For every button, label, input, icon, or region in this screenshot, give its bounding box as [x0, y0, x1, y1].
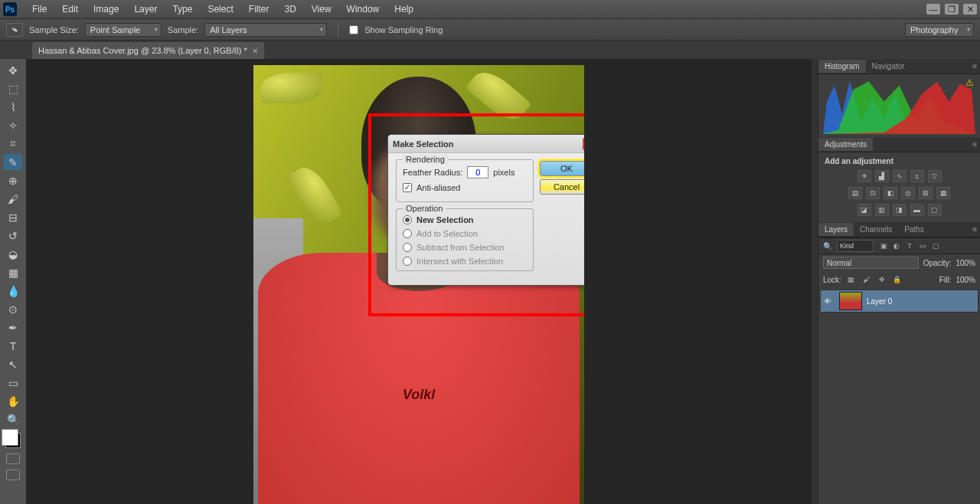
menu-edit[interactable]: Edit: [54, 4, 86, 15]
menu-file[interactable]: File: [24, 4, 54, 15]
move-tool[interactable]: ✥: [4, 62, 22, 78]
fill-value[interactable]: 100%: [956, 276, 975, 284]
color-lookup-icon[interactable]: ▦: [936, 187, 950, 199]
layer-kind-dropdown[interactable]: Kind: [837, 240, 874, 252]
intersect-with-selection-radio[interactable]: [403, 257, 412, 266]
black-white-icon[interactable]: ◧: [884, 187, 897, 199]
posterize-icon[interactable]: ▥: [875, 204, 889, 216]
navigator-tab[interactable]: Navigator: [866, 60, 911, 73]
sample-dropdown[interactable]: All Layers: [204, 23, 327, 37]
filter-type-icon[interactable]: T: [904, 241, 915, 251]
invert-icon[interactable]: ◪: [858, 204, 871, 216]
clone-stamp-tool[interactable]: ⊟: [4, 209, 22, 225]
layer-item[interactable]: 👁 Layer 0: [820, 290, 978, 313]
vibrance-icon[interactable]: ▽: [928, 170, 942, 182]
eyedropper-tool[interactable]: ✎: [4, 154, 22, 170]
menu-help[interactable]: Help: [387, 4, 421, 15]
window-maximize-button[interactable]: ❐: [945, 4, 959, 15]
brightness-contrast-icon[interactable]: ☀: [858, 170, 871, 182]
close-tab-icon[interactable]: ✕: [252, 47, 258, 55]
adjustments-panel-menu-icon[interactable]: ≡: [969, 140, 980, 149]
layer-name[interactable]: Layer 0: [867, 297, 892, 306]
crop-tool[interactable]: ⌗: [4, 136, 22, 152]
menu-layer[interactable]: Layer: [126, 4, 165, 15]
gradient-tool[interactable]: ▦: [4, 264, 22, 280]
dialog-close-button[interactable]: ✕: [583, 138, 584, 150]
healing-brush-tool[interactable]: ⊕: [4, 172, 22, 188]
anti-aliased-checkbox[interactable]: [403, 183, 412, 192]
hand-tool[interactable]: ✋: [4, 393, 22, 409]
quick-mask-toggle[interactable]: [6, 453, 20, 464]
lasso-tool[interactable]: ⌇: [4, 99, 22, 115]
show-sampling-checkbox[interactable]: [349, 25, 358, 34]
sample-size-dropdown[interactable]: Point Sample: [85, 23, 162, 37]
history-brush-tool[interactable]: ↺: [4, 227, 22, 244]
lock-transparent-icon[interactable]: ▦: [846, 274, 857, 285]
selective-color-icon[interactable]: ▢: [928, 204, 942, 216]
histogram-warning-icon[interactable]: ⚠: [965, 77, 974, 88]
menu-3d[interactable]: 3D: [276, 4, 303, 15]
layer-thumbnail[interactable]: [839, 292, 862, 310]
menu-type[interactable]: Type: [165, 4, 200, 15]
panel-collapse-strip[interactable]: [812, 59, 818, 504]
color-balance-icon[interactable]: ⚖: [866, 187, 880, 199]
menu-select[interactable]: Select: [200, 4, 240, 15]
add-to-selection-radio[interactable]: [403, 229, 412, 238]
new-selection-radio[interactable]: [403, 215, 412, 224]
layers-panel-menu-icon[interactable]: ≡: [969, 225, 980, 234]
filter-search-icon[interactable]: 🔍: [823, 242, 832, 250]
adjustments-tab[interactable]: Adjustments: [818, 138, 873, 151]
opacity-value[interactable]: 100%: [956, 259, 975, 267]
menu-view[interactable]: View: [304, 4, 339, 15]
layer-visibility-icon[interactable]: 👁: [824, 297, 835, 306]
gradient-map-icon[interactable]: ▬: [910, 204, 924, 216]
paths-tab[interactable]: Paths: [898, 223, 930, 236]
color-swatches[interactable]: [5, 433, 21, 448]
photo-filter-icon[interactable]: ◎: [901, 187, 915, 199]
cancel-button[interactable]: Cancel: [540, 179, 584, 195]
path-selection-tool[interactable]: ↖: [4, 356, 22, 372]
blend-mode-dropdown[interactable]: Normal: [823, 257, 919, 269]
active-tool-indicator[interactable]: [6, 23, 23, 37]
threshold-icon[interactable]: ◨: [893, 204, 906, 216]
magic-wand-tool[interactable]: ✧: [4, 117, 22, 133]
filter-shape-icon[interactable]: ▭: [917, 241, 928, 251]
histogram-tab[interactable]: Histogram: [818, 60, 866, 73]
subtract-from-selection-radio[interactable]: [403, 243, 412, 252]
dodge-tool[interactable]: ⊙: [4, 301, 22, 317]
lock-position-icon[interactable]: ✥: [877, 274, 887, 285]
levels-icon[interactable]: ▟: [875, 170, 889, 182]
hue-saturation-icon[interactable]: ▤: [848, 187, 862, 199]
histogram-panel-menu-icon[interactable]: ≡: [969, 62, 980, 70]
window-minimize-button[interactable]: —: [926, 4, 940, 15]
workspace-dropdown[interactable]: Photography: [905, 23, 974, 37]
lock-all-icon[interactable]: 🔒: [892, 274, 903, 285]
rectangle-tool[interactable]: ▭: [4, 375, 22, 391]
canvas-area[interactable]: Volkl Make Selection ✕ Rendering Feather…: [26, 59, 812, 504]
dialog-titlebar[interactable]: Make Selection ✕: [388, 135, 584, 153]
layers-tab[interactable]: Layers: [818, 223, 854, 236]
type-tool[interactable]: T: [4, 338, 22, 354]
window-close-button[interactable]: ✕: [963, 4, 977, 15]
filter-smart-icon[interactable]: ▢: [930, 241, 941, 251]
ok-button[interactable]: OK: [540, 161, 584, 176]
pen-tool[interactable]: ✒: [4, 319, 22, 335]
screen-mode-toggle[interactable]: [6, 470, 20, 480]
document-tab[interactable]: Hassan & Abbas Cover.jpg @ 23.8% (Layer …: [32, 42, 264, 59]
filter-pixel-icon[interactable]: ▣: [878, 241, 889, 251]
menu-filter[interactable]: Filter: [241, 4, 277, 15]
zoom-tool[interactable]: 🔍: [4, 411, 22, 427]
filter-adjustment-icon[interactable]: ◐: [891, 241, 902, 251]
exposure-icon[interactable]: ±: [910, 170, 924, 182]
brush-tool[interactable]: 🖌: [4, 191, 22, 207]
lock-pixels-icon[interactable]: 🖌: [861, 274, 872, 285]
menu-image[interactable]: Image: [86, 4, 126, 15]
eraser-tool[interactable]: ◒: [4, 246, 22, 262]
channel-mixer-icon[interactable]: ⊞: [919, 187, 933, 199]
blur-tool[interactable]: 💧: [4, 283, 22, 299]
channels-tab[interactable]: Channels: [854, 223, 898, 236]
curves-icon[interactable]: ∿: [893, 170, 906, 182]
marquee-tool[interactable]: ⬚: [4, 80, 22, 97]
menu-window[interactable]: Window: [339, 4, 387, 15]
feather-radius-input[interactable]: [467, 166, 488, 178]
